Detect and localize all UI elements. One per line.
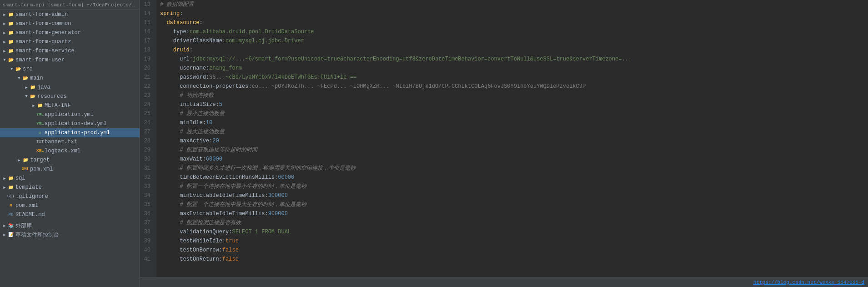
number-token: 60000: [206, 155, 222, 164]
line-num-33: 33: [140, 182, 153, 191]
sidebar-item-pom-xml-user[interactable]: XML pom.xml: [0, 165, 140, 174]
sidebar-item-common[interactable]: ▶ 📁 smart-form-common: [0, 19, 140, 28]
code-editor[interactable]: # 数据源配置 spring: datasource: type: com.al…: [156, 0, 868, 277]
code-line-22: connection-properties: co... ~pOYJKoZTh.…: [160, 82, 868, 91]
status-bar: https://blog.csdn.net/weXxx_5547065-d: [140, 277, 868, 287]
sidebar-item-label: target: [29, 157, 140, 163]
sidebar-item-label: java: [36, 84, 140, 91]
txt-icon: TXT: [36, 138, 44, 146]
sidebar-item-application-yml[interactable]: YML application.yml: [0, 110, 140, 119]
sidebar-item-template[interactable]: ▶ 📁 template: [0, 183, 140, 192]
line-num-37: 37: [140, 218, 153, 227]
sidebar-item-sql[interactable]: ▶ 📁 sql: [0, 174, 140, 183]
code-line-19: url: jdbc:mysql:// ... ~6/smart_form?use…: [160, 55, 868, 64]
indent-token: [160, 255, 180, 264]
sidebar-item-quartz[interactable]: ▶ 📁 smart-form-quartz: [0, 37, 140, 46]
sidebar-item-main[interactable]: ▼ 📂 main: [0, 74, 140, 83]
sidebar-item-service[interactable]: ▶ 📁 smart-form-service: [0, 46, 140, 55]
code-line-23: # 初始连接数: [160, 91, 868, 100]
code-line-25: # 最小连接池数量: [160, 109, 868, 118]
code-line-29: # 配置获取连接等待超时的时间: [160, 146, 868, 155]
sidebar-item-label: smart-form-admin: [15, 11, 140, 18]
indent-token: [160, 218, 180, 227]
number-token: 20: [212, 136, 219, 146]
indent-token: [160, 27, 173, 36]
sidebar-item-label: 外部库: [15, 222, 140, 230]
sidebar-item-readme[interactable]: MD README.md: [0, 210, 140, 219]
masked-token: ...: [236, 55, 246, 64]
sidebar-tree: ▶ 📁 smart-form-admin ▶ 📁 smart-form-comm…: [0, 10, 140, 240]
code-line-14: spring:: [160, 9, 868, 18]
sidebar-item-src[interactable]: ▼ 📂 src: [0, 65, 140, 74]
indent-token: [160, 200, 180, 209]
key-token: validationQuery: [180, 227, 229, 237]
code-line-18: druid:: [160, 45, 868, 55]
spacer: [31, 121, 36, 126]
sidebar-item-label: smart-form-generator: [15, 30, 140, 36]
spacer: [16, 166, 22, 172]
code-line-32: timeBetweenEvictionRunsMillis: 60000: [160, 173, 868, 182]
chevron-right-icon: ▶: [2, 39, 7, 45]
sidebar-item-generator[interactable]: ▶ 📁 smart-form-generator: [0, 28, 140, 37]
xml-icon: XML: [36, 147, 44, 155]
folder-icon: 📁: [7, 29, 15, 36]
key-token: connection-properties: [180, 82, 248, 91]
indent-token: [160, 36, 173, 45]
key-token: testWhileIdle: [180, 237, 222, 246]
editor-content: 13 14 15 16 17 18 19 20 21 22 23 24 25 2…: [140, 0, 868, 277]
sidebar-item-logback-xml[interactable]: XML logback.xml: [0, 146, 140, 156]
line-num-40: 40: [140, 246, 153, 255]
indent-token: [160, 246, 180, 255]
sidebar-item-resources[interactable]: ▼ 📂 resources: [0, 92, 140, 101]
sidebar-item-external-libs[interactable]: ▶ 📚 外部库: [0, 221, 140, 230]
code-line-36: maxEvictableIdleTimeMillis: 900000: [160, 209, 868, 218]
md-icon: MD: [7, 211, 15, 218]
line-num-23: 23: [140, 91, 153, 100]
editor: 13 14 15 16 17 18 19 20 21 22 23 24 25 2…: [140, 0, 868, 287]
line-num-16: 16: [140, 27, 153, 36]
line-num-18: 18: [140, 45, 153, 55]
folder-icon: 📁: [7, 184, 15, 191]
section-token: spring: [160, 9, 180, 18]
sidebar-item-label: application-dev.yml: [44, 121, 140, 127]
sidebar-item-application-dev-yml[interactable]: YML application-dev.yml: [0, 119, 140, 128]
xml-icon: XML: [22, 166, 29, 173]
sidebar-item-java[interactable]: ▶ 📁 java: [0, 83, 140, 92]
comment-token: # 初始连接数: [180, 91, 213, 100]
line-num-28: 28: [140, 136, 153, 146]
indent-token: [160, 118, 180, 127]
sidebar-item-application-prod-yml[interactable]: ⚙ application-prod.yml: [0, 128, 140, 137]
chevron-right-icon: ▶: [16, 157, 22, 163]
sidebar-item-pom-xml[interactable]: M pom.xml: [0, 201, 140, 210]
comment-token: # 配置一个连接在池中最大生存的时间，单位是毫秒: [180, 200, 306, 209]
code-line-26: minIdle: 10: [160, 118, 868, 127]
folder-icon: 📁: [7, 20, 15, 27]
sidebar-item-banner-txt[interactable]: TXT banner.txt: [0, 137, 140, 146]
sidebar-item-target[interactable]: ▶ 📁 target: [0, 156, 140, 165]
indent-token: [160, 91, 180, 100]
chevron-down-icon: ▼: [2, 57, 7, 63]
indent-token: [160, 55, 180, 64]
line-num-34: 34: [140, 191, 153, 200]
sidebar-item-meta-inf[interactable]: ▶ 📁 META-INF: [0, 101, 140, 110]
sidebar-item-admin[interactable]: ▶ 📁 smart-form-admin: [0, 10, 140, 19]
comment-token: # 最小连接池数量: [180, 109, 224, 118]
sidebar-item-scratch[interactable]: ▶ 📝 草稿文件和控制台: [0, 230, 140, 239]
key-token: username: [180, 64, 206, 73]
sidebar-item-gitignore[interactable]: GIT .gitignore: [0, 192, 140, 201]
sidebar-item-user[interactable]: ▼ 📂 smart-form-user: [0, 55, 140, 65]
indent-token: [160, 191, 180, 200]
line-num-24: 24: [140, 100, 153, 109]
chevron-right-icon: ▶: [2, 185, 7, 190]
line-num-13: 13: [140, 0, 153, 9]
sidebar-item-label: META-INF: [44, 102, 140, 109]
comment-token: # 配置获取连接等待超时的时间: [180, 146, 257, 155]
status-link[interactable]: https://blog.csdn.net/weXxx_5547065-d: [753, 280, 864, 285]
yaml-gear-icon: ⚙: [36, 129, 44, 136]
sidebar-item-label: smart-form-service: [15, 48, 140, 54]
sidebar-item-label: sql: [15, 175, 140, 181]
code-line-40: testOnBorrow: false: [160, 246, 868, 255]
sidebar-item-label: template: [15, 184, 140, 191]
value-token: com.mysql.cj.jdbc.Driver: [226, 36, 304, 45]
colon-token: :: [199, 18, 202, 27]
